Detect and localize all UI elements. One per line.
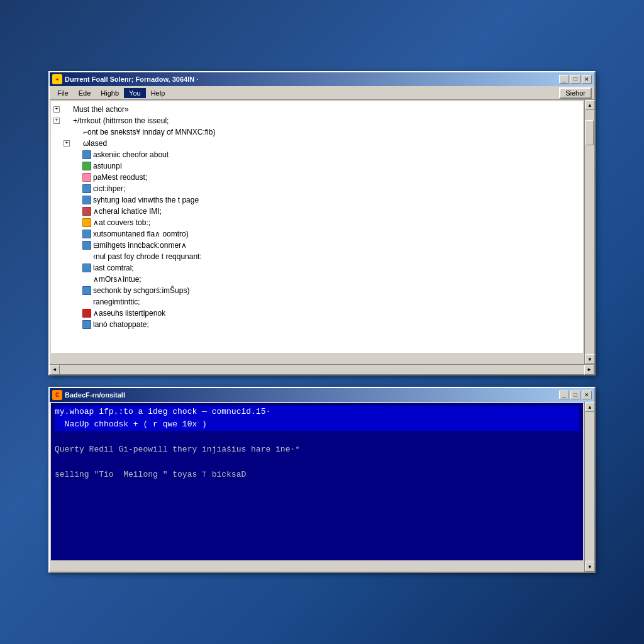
tree-row[interactable]: sechonk by schgorś:imŜups): [53, 285, 580, 296]
menu-help[interactable]: Help: [146, 88, 170, 98]
tree-row[interactable]: lanó chatoppate;: [53, 319, 580, 330]
tree-row[interactable]: ∧mOrs∧intue;: [53, 274, 580, 285]
tree-row[interactable]: +Must thel achor»: [53, 104, 580, 115]
tree-scrollbar-v[interactable]: ▲ ▼: [584, 100, 594, 364]
tree-item-label: sechonk by schgorś:imŜups): [93, 285, 189, 296]
item-icon: [82, 309, 91, 318]
tree-item-label: +/trrkout (hittrrson the isseul;: [73, 115, 169, 126]
cmd-line: [55, 456, 579, 469]
item-icon: [82, 207, 91, 216]
tree-item-label: lanó chatoppate;: [93, 319, 149, 330]
tree-item-label: ∧mOrs∧intue;: [93, 274, 142, 285]
tree-item-label: ∧cheral ichatice IMI;: [93, 206, 162, 217]
tree-row[interactable]: ranegimtinttic;: [53, 296, 580, 308]
cmd-close-button[interactable]: ✕: [582, 391, 592, 399]
tree-row[interactable]: ⌐ont be sneksts¥ innday of MNNXC:fib): [53, 126, 580, 138]
cmd-title-text: BadecF-rn/onsitall: [65, 391, 557, 399]
cmd-line: [55, 431, 579, 443]
item-icon: [82, 264, 91, 272]
tree-item-label: last comtral;: [93, 262, 134, 274]
cmd-line: my.whoap ifp.:to a ideg chock — comnucid…: [55, 406, 579, 418]
item-icon: [82, 320, 91, 329]
tree-item-label: ranegimtinttic;: [93, 296, 140, 308]
expand-icon[interactable]: +: [64, 140, 70, 147]
item-icon: [82, 241, 91, 250]
cmd-scroll-down[interactable]: ▼: [585, 562, 595, 572]
tree-minimize-button[interactable]: _: [559, 75, 569, 84]
cmd-restore-button[interactable]: □: [570, 391, 580, 399]
tree-close-button[interactable]: ✕: [582, 75, 592, 84]
tree-row[interactable]: ∧aseuhs iistertipenok: [53, 308, 580, 319]
cmd-scrollbar-v[interactable]: ▲ ▼: [584, 402, 594, 572]
tree-maximize-button[interactable]: □: [570, 75, 580, 84]
item-icon: [82, 173, 91, 182]
tree-menubar: File Ede Highb You Help Siehor: [50, 86, 594, 100]
item-icon: [82, 150, 91, 159]
siehor-button[interactable]: Siehor: [559, 87, 592, 99]
cmd-scroll-track: [585, 412, 594, 562]
expand-icon[interactable]: +: [53, 118, 60, 124]
tree-row[interactable]: ++/trrkout (hittrrson the isseul;: [53, 115, 580, 126]
tree-item-label: syhtung load vinwths the t page: [93, 194, 199, 206]
menu-file[interactable]: File: [52, 88, 74, 98]
tree-content[interactable]: +Must thel achor»++/trrkout (hittrrson t…: [51, 101, 583, 353]
tree-row[interactable]: askeniic cheofor about: [53, 149, 580, 160]
tree-item-label: ‹nul past foy chrode t reqqunant:: [93, 251, 202, 262]
tree-item-label: ωlased: [83, 138, 107, 149]
menu-ede[interactable]: Ede: [74, 88, 96, 98]
cmd-titlebar: C BadecF-rn/onsitall _ □ ✕: [50, 388, 594, 402]
item-icon: [82, 162, 91, 170]
cmd-scroll-up[interactable]: ▲: [585, 402, 595, 412]
tree-title-text: Durrent Foall Solenr; Fornadow, 3064IN ·: [65, 75, 557, 83]
tree-row[interactable]: cict:ihper;: [53, 183, 580, 194]
scroll-down-arrow[interactable]: ▼: [585, 354, 595, 364]
tree-row[interactable]: ∧cheral ichatice IMI;: [53, 206, 580, 217]
tree-item-label: ⊟mihgets inncback:onmer∧: [93, 240, 187, 251]
item-icon: [82, 196, 91, 204]
cmd-minimize-button[interactable]: _: [559, 391, 569, 399]
tree-item-label: Must thel achor»: [73, 104, 129, 115]
scroll-thumb[interactable]: [586, 120, 594, 145]
tree-title-icon: ✦: [52, 74, 62, 84]
tree-row[interactable]: syhtung load vinwths the t page: [53, 194, 580, 206]
cmd-line: NacUp chhodsk + ( r qwe 10x ): [55, 418, 579, 431]
tree-item-label: xutsomuntaned fla∧ oomtro): [93, 228, 189, 240]
tree-item-label: paMest reodust;: [93, 172, 147, 183]
cmd-line: Querty Redil Gi-peowill thery injiaŝius …: [55, 443, 579, 456]
tree-row[interactable]: ∧at couvers tob:;: [53, 217, 580, 228]
tree-item-label: cict:ihper;: [93, 183, 125, 194]
tree-scrollbar-h[interactable]: ◄ ►: [50, 364, 594, 374]
tree-row[interactable]: ‹nul past foy chrode t reqqunant:: [53, 251, 580, 262]
cmd-line: selling "Tio Meilong " toyas ⊤ bicksaD: [55, 469, 579, 481]
item-icon: [82, 230, 91, 238]
tree-item-label: ⌐ont be sneksts¥ innday of MNNXC:fib): [83, 126, 215, 138]
tree-window-controls: _ □ ✕: [559, 75, 592, 84]
tree-row[interactable]: last comtral;: [53, 262, 580, 274]
tree-body: +Must thel achor»++/trrkout (hittrrson t…: [50, 100, 594, 364]
cmd-body: my.whoap ifp.:to a ideg chock — comnucid…: [50, 402, 594, 572]
tree-item-label: ∧at couvers tob:;: [93, 217, 150, 228]
menu-highb[interactable]: Highb: [96, 88, 124, 98]
scroll-right-arrow[interactable]: ►: [584, 365, 594, 375]
tree-row[interactable]: astuunpI: [53, 160, 580, 172]
tree-item-label: ∧aseuhs iistertipenok: [93, 308, 165, 319]
cmd-window: C BadecF-rn/onsitall _ □ ✕ my.whoap ifp.…: [48, 387, 596, 573]
cmd-window-controls: _ □ ✕: [559, 391, 592, 399]
tree-titlebar: ✦ Durrent Foall Solenr; Fornadow, 3064IN…: [50, 72, 594, 86]
item-icon: [82, 218, 91, 227]
scroll-track: [585, 110, 594, 354]
tree-row[interactable]: ⊟mihgets inncback:onmer∧: [53, 240, 580, 251]
tree-item-label: astuunpI: [93, 160, 122, 172]
menu-you[interactable]: You: [124, 88, 146, 98]
cmd-content[interactable]: my.whoap ifp.:to a ideg chock — comnucid…: [51, 403, 583, 560]
tree-row[interactable]: paMest reodust;: [53, 172, 580, 183]
cmd-title-icon: C: [52, 390, 62, 400]
tree-item-label: askeniic cheofor about: [93, 149, 169, 160]
expand-icon[interactable]: +: [53, 106, 60, 113]
tree-row[interactable]: +ωlased: [53, 138, 580, 149]
tree-row[interactable]: xutsomuntaned fla∧ oomtro): [53, 228, 580, 240]
scroll-up-arrow[interactable]: ▲: [585, 100, 595, 110]
item-icon: [82, 286, 91, 295]
scroll-left-arrow[interactable]: ◄: [50, 365, 60, 375]
item-icon: [82, 184, 91, 193]
